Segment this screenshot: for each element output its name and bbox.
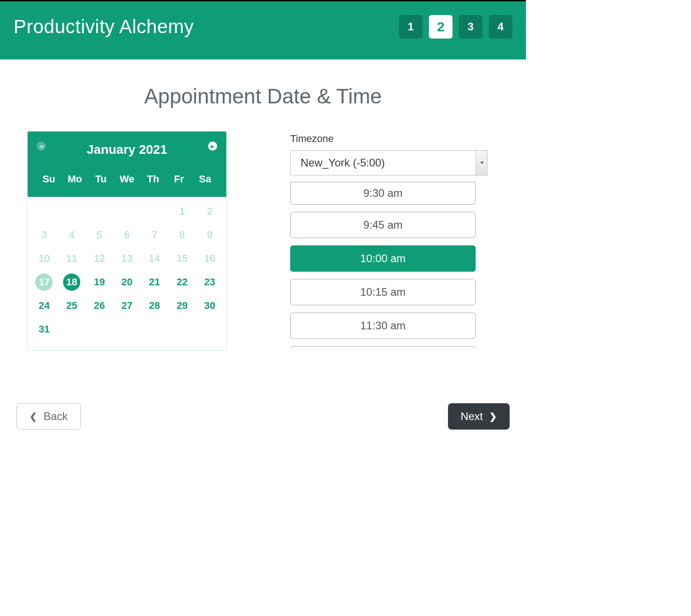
page-title: Appointment Date & Time — [0, 84, 526, 108]
calendar-day-blank — [113, 200, 141, 223]
time-slot[interactable]: 11:30 am — [290, 313, 476, 339]
calendar-day-21[interactable]: 21 — [141, 270, 168, 294]
calendar-day-31[interactable]: 31 — [30, 318, 58, 341]
back-button-label: Back — [44, 410, 68, 423]
calendar-day-3: 3 — [30, 223, 58, 247]
calendar-day-11: 11 — [58, 247, 86, 270]
chevron-down-icon — [480, 162, 484, 164]
timezone-select[interactable]: New_York (-5:00) — [290, 150, 487, 176]
chevron-left-icon: ◀ — [39, 144, 43, 149]
calendar-day-24[interactable]: 24 — [30, 294, 58, 318]
calendar-dow-tu: Tu — [88, 170, 114, 192]
calendar-dow-sa: Sa — [192, 170, 218, 192]
time-slot[interactable]: 10:00 am — [290, 245, 476, 272]
time-slot[interactable]: 11:45 am — [290, 346, 476, 349]
calendar-day-18[interactable]: 18 — [58, 270, 86, 294]
calendar-day-1: 1 — [168, 200, 196, 223]
steps-nav: 1234 — [399, 15, 512, 39]
calendar-day-2: 2 — [196, 200, 224, 223]
calendar-day-22[interactable]: 22 — [168, 270, 196, 294]
next-button-label: Next — [461, 410, 483, 423]
calendar-day-blank — [86, 200, 113, 223]
calendar-month-label: January 2021 — [36, 142, 218, 157]
calendar-prev-button[interactable]: ◀ — [37, 142, 46, 151]
timezone-label: Timezone — [290, 133, 499, 145]
calendar-day-15: 15 — [168, 247, 196, 270]
calendar-dow-fr: Fr — [166, 170, 192, 192]
calendar-day-23[interactable]: 23 — [196, 270, 224, 294]
calendar-dow-th: Th — [140, 170, 166, 192]
calendar-dow-we: We — [114, 170, 140, 192]
step-1[interactable]: 1 — [399, 15, 423, 39]
time-slot[interactable]: 9:30 am — [290, 182, 476, 205]
calendar-dow-su: Su — [36, 170, 62, 192]
calendar-day-6: 6 — [113, 223, 141, 247]
calendar-day-25[interactable]: 25 — [58, 294, 86, 318]
calendar-day-4: 4 — [58, 223, 86, 247]
calendar-day-blank — [141, 200, 168, 223]
chevron-left-icon: ❮ — [29, 411, 37, 422]
step-3[interactable]: 3 — [459, 15, 482, 39]
next-button[interactable]: Next ❯ — [448, 403, 510, 430]
step-4[interactable]: 4 — [489, 15, 512, 39]
calendar-next-button[interactable]: ▶ — [208, 142, 217, 151]
back-button[interactable]: ❮ Back — [16, 403, 81, 430]
calendar-day-8: 8 — [168, 223, 196, 247]
time-slots-list[interactable]: 9:30 am9:45 am10:00 am10:15 am11:30 am11… — [290, 182, 487, 349]
calendar: ◀ ▶ January 2021 SuMoTuWeThFrSa 12345678… — [27, 131, 227, 351]
calendar-day-blank — [30, 200, 58, 223]
calendar-day-27[interactable]: 27 — [113, 294, 141, 318]
calendar-dow-mo: Mo — [62, 170, 88, 192]
calendar-day-26[interactable]: 26 — [86, 294, 113, 318]
chevron-right-icon: ❯ — [489, 411, 497, 422]
app-title: Productivity Alchemy — [14, 16, 194, 38]
calendar-day-29[interactable]: 29 — [168, 294, 196, 318]
calendar-day-12: 12 — [86, 247, 113, 270]
calendar-day-9: 9 — [196, 223, 224, 247]
calendar-day-16: 16 — [196, 247, 224, 270]
calendar-day-blank — [58, 200, 86, 223]
calendar-day-10: 10 — [30, 247, 58, 270]
header-bar: Productivity Alchemy 1234 — [0, 1, 526, 59]
step-2[interactable]: 2 — [429, 15, 453, 39]
calendar-day-17[interactable]: 17 — [30, 270, 58, 294]
calendar-day-14: 14 — [141, 247, 168, 270]
calendar-body: 1234567891011121314151617181920212223242… — [28, 197, 226, 350]
calendar-day-7: 7 — [141, 223, 168, 247]
timezone-selected-value: New_York (-5:00) — [301, 156, 385, 169]
calendar-day-5: 5 — [86, 223, 113, 247]
calendar-dow-row: SuMoTuWeThFrSa — [36, 170, 218, 192]
calendar-day-28[interactable]: 28 — [141, 294, 168, 318]
calendar-day-13: 13 — [113, 247, 141, 270]
time-slot[interactable]: 10:15 am — [290, 279, 476, 305]
calendar-day-30[interactable]: 30 — [196, 294, 224, 318]
chevron-right-icon: ▶ — [211, 144, 214, 149]
time-slot[interactable]: 9:45 am — [290, 212, 476, 238]
calendar-day-20[interactable]: 20 — [113, 270, 141, 294]
calendar-day-19[interactable]: 19 — [86, 270, 113, 294]
